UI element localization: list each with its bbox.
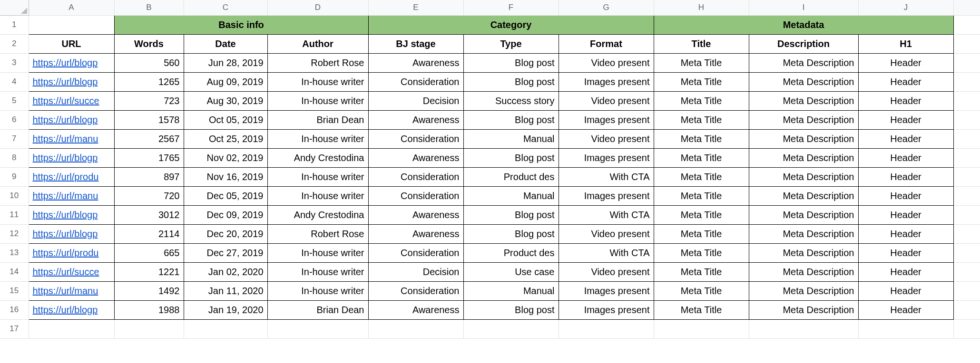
row-head-15[interactable]: 15: [0, 281, 29, 300]
cell-empty[interactable]: [953, 319, 980, 338]
cell-type[interactable]: Success story: [463, 91, 559, 110]
cell-author[interactable]: In-house writer: [267, 129, 368, 148]
col-head-b[interactable]: B: [114, 0, 184, 15]
cell-empty[interactable]: [953, 110, 980, 129]
cell-type[interactable]: Blog post: [463, 53, 559, 72]
col-head-j[interactable]: J: [858, 0, 953, 15]
cell-title[interactable]: Meta Title: [654, 110, 749, 129]
cell-title[interactable]: Meta Title: [654, 129, 749, 148]
cell-type[interactable]: Manual: [463, 281, 559, 300]
cell-format[interactable]: Images present: [559, 110, 654, 129]
cell-bj-stage[interactable]: Awareness: [368, 205, 463, 224]
cell-format[interactable]: Images present: [559, 281, 654, 300]
cell-type[interactable]: Use case: [463, 262, 559, 281]
cell-empty[interactable]: [559, 319, 654, 338]
cell-h1[interactable]: Header: [858, 129, 953, 148]
cell-words[interactable]: 665: [114, 243, 184, 262]
cell-empty[interactable]: [953, 34, 980, 53]
row-head-4[interactable]: 4: [0, 72, 29, 91]
cell-url[interactable]: https://url/blogp: [29, 224, 114, 243]
cell-description[interactable]: Meta Description: [749, 72, 858, 91]
cell-empty[interactable]: [654, 319, 749, 338]
cell-date[interactable]: Dec 09, 2019: [184, 205, 267, 224]
cell-format[interactable]: Video present: [559, 224, 654, 243]
cell-words[interactable]: 723: [114, 91, 184, 110]
cell-description[interactable]: Meta Description: [749, 91, 858, 110]
cell-author[interactable]: Andy Crestodina: [267, 205, 368, 224]
cell-format[interactable]: Video present: [559, 91, 654, 110]
cell-type[interactable]: Blog post: [463, 224, 559, 243]
cell-url[interactable]: https://url/produ: [29, 243, 114, 262]
cell-url[interactable]: https://url/succe: [29, 262, 114, 281]
cell-h1[interactable]: Header: [858, 205, 953, 224]
cell-url[interactable]: https://url/manu: [29, 129, 114, 148]
cell-empty[interactable]: [368, 319, 463, 338]
col-head-e[interactable]: E: [368, 0, 463, 15]
cell-type[interactable]: Product des: [463, 243, 559, 262]
row-head-3[interactable]: 3: [0, 53, 29, 72]
url-link[interactable]: https://url/produ: [33, 172, 99, 182]
cell-date[interactable]: Aug 09, 2019: [184, 72, 267, 91]
cell-url[interactable]: https://url/blogp: [29, 300, 114, 319]
cell-format[interactable]: Video present: [559, 53, 654, 72]
cell-author[interactable]: In-house writer: [267, 262, 368, 281]
cell-bj-stage[interactable]: Consideration: [368, 186, 463, 205]
cell-url[interactable]: https://url/blogp: [29, 148, 114, 167]
row-head-2[interactable]: 2: [0, 34, 29, 53]
cell-format[interactable]: With CTA: [559, 243, 654, 262]
cell-bj-stage[interactable]: Consideration: [368, 243, 463, 262]
cell-title[interactable]: Meta Title: [654, 281, 749, 300]
cell-h1[interactable]: Header: [858, 167, 953, 186]
cell-words[interactable]: 1578: [114, 110, 184, 129]
cell-type[interactable]: Blog post: [463, 72, 559, 91]
header-title[interactable]: Title: [654, 34, 749, 53]
row-head-7[interactable]: 7: [0, 129, 29, 148]
cell-words[interactable]: 3012: [114, 205, 184, 224]
header-format[interactable]: Format: [559, 34, 654, 53]
cell-author[interactable]: In-house writer: [267, 167, 368, 186]
col-head-a[interactable]: A: [29, 0, 114, 15]
cell-bj-stage[interactable]: Decision: [368, 262, 463, 281]
col-head-extra[interactable]: [953, 0, 980, 15]
cell-empty[interactable]: [267, 319, 368, 338]
cell-empty[interactable]: [114, 319, 184, 338]
header-bj-stage[interactable]: BJ stage: [368, 34, 463, 53]
cell-url[interactable]: https://url/manu: [29, 281, 114, 300]
cell-description[interactable]: Meta Description: [749, 148, 858, 167]
cell-words[interactable]: 2567: [114, 129, 184, 148]
cell-bj-stage[interactable]: Awareness: [368, 53, 463, 72]
cell-author[interactable]: In-house writer: [267, 186, 368, 205]
url-link[interactable]: https://url/blogp: [33, 229, 98, 239]
cell-empty[interactable]: [463, 319, 559, 338]
cell-date[interactable]: Dec 20, 2019: [184, 224, 267, 243]
cell-author[interactable]: In-house writer: [267, 91, 368, 110]
url-link[interactable]: https://url/manu: [33, 191, 98, 201]
row-head-5[interactable]: 5: [0, 91, 29, 110]
cell-empty[interactable]: [953, 262, 980, 281]
cell-empty[interactable]: [953, 224, 980, 243]
cell-title[interactable]: Meta Title: [654, 53, 749, 72]
cell-h1[interactable]: Header: [858, 224, 953, 243]
cell-h1[interactable]: Header: [858, 281, 953, 300]
cell-type[interactable]: Blog post: [463, 148, 559, 167]
cell-author[interactable]: Andy Crestodina: [267, 148, 368, 167]
row-head-13[interactable]: 13: [0, 243, 29, 262]
cell-empty[interactable]: [953, 186, 980, 205]
cell-empty[interactable]: [29, 319, 114, 338]
cell-empty[interactable]: [184, 319, 267, 338]
cell-empty[interactable]: [858, 319, 953, 338]
url-link[interactable]: https://url/succe: [33, 267, 99, 277]
cell-url[interactable]: https://url/manu: [29, 186, 114, 205]
url-link[interactable]: https://url/manu: [33, 134, 98, 144]
col-head-i[interactable]: I: [749, 0, 858, 15]
cell-author[interactable]: In-house writer: [267, 281, 368, 300]
cell-empty[interactable]: [953, 53, 980, 72]
cell-author[interactable]: In-house writer: [267, 72, 368, 91]
cell-format[interactable]: With CTA: [559, 167, 654, 186]
cell-title[interactable]: Meta Title: [654, 91, 749, 110]
cell-date[interactable]: Nov 02, 2019: [184, 148, 267, 167]
cell-url[interactable]: https://url/blogp: [29, 72, 114, 91]
url-link[interactable]: https://url/blogp: [33, 305, 98, 315]
cell-h1[interactable]: Header: [858, 300, 953, 319]
url-link[interactable]: https://url/manu: [33, 286, 98, 296]
